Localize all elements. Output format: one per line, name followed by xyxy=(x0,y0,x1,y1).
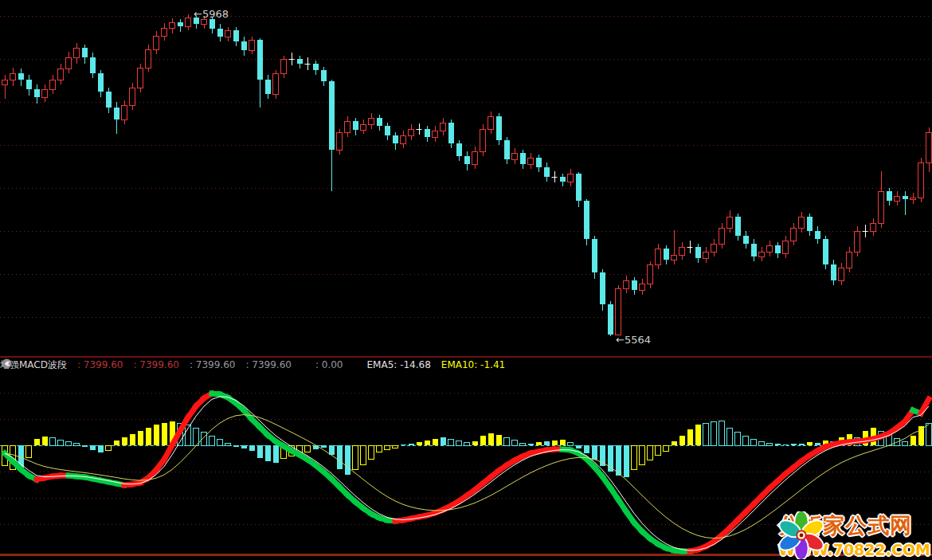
collapse-indicator-icon[interactable] xyxy=(2,358,12,369)
indicator-value: : 7399.60 xyxy=(190,359,235,370)
watermark: 分析家公式网 WWW.70822.COM xyxy=(778,511,930,558)
main-chart-svg[interactable]: ←5968←5564 xyxy=(0,0,932,560)
indicator-header: 增强MACD波段 : 7399.60: 7399.60: 7399.60: 73… xyxy=(0,358,932,372)
price-high-label: ←5968 xyxy=(194,8,229,20)
price-candles xyxy=(2,14,932,336)
price-low-label: ←5564 xyxy=(616,334,651,346)
indicator-value: EMA5: -14.68 xyxy=(367,359,431,370)
indicator-value: EMA10: -1.41 xyxy=(441,359,505,370)
price-gridlines xyxy=(0,17,932,318)
indicator-value: : 7399.60 xyxy=(245,359,291,370)
flower-logo-icon xyxy=(778,511,824,559)
indicator-value: : 0.00 xyxy=(315,359,343,370)
indicator-value: : 7399.60 xyxy=(77,359,123,370)
indicator-gridlines xyxy=(0,394,932,525)
indicator-values: : 7399.60: 7399.60: 7399.60: 7399.60: 0.… xyxy=(67,359,505,371)
indicator-value: : 7399.60 xyxy=(133,359,178,370)
app-window: ←5968←5564 增强MACD波段 : 7399.60: 7399.60: … xyxy=(0,0,932,560)
